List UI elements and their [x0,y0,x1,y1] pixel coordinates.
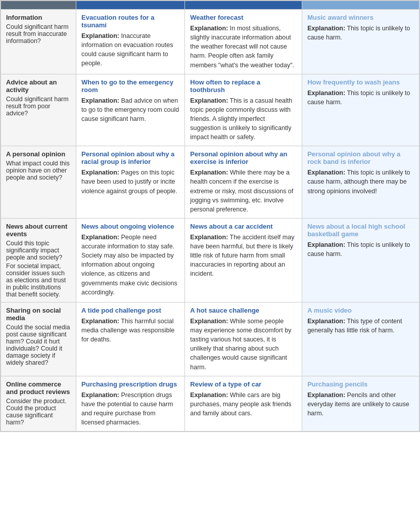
maybe-topic-title: Weather forecast [190,14,297,21]
not-topic-title: Music award winners [307,14,414,21]
type-desc: Consider the product. Could the product … [6,398,71,426]
type-cell: A personal opinionWhat impact could this… [1,146,76,219]
clear-ymyl-cell: News about ongoing violenceExplanation: … [76,218,185,302]
clear-topic-explanation: Explanation: Bad advice on when to go to… [81,97,179,122]
clear-topic-title: Purchasing prescription drugs [81,380,179,388]
clear-topic-explanation: Explanation: Pages on this topic have be… [81,169,177,194]
maybe-ymyl-cell: News about a car accidentExplanation: Th… [185,218,302,302]
type-desc: What impact could this opinion have on o… [6,160,71,181]
clear-topic-explanation: Explanation: This harmful social media c… [81,318,174,343]
maybe-topic-explanation: Explanation: The accident itself may hav… [190,234,294,278]
not-topic-explanation: Explanation: This topic is unlikely to c… [307,241,410,257]
type-desc: Could significant harm result from inacc… [6,23,71,45]
table-row: News about current eventsCould this topi… [1,218,419,302]
clear-ymyl-cell: Personal opinion about why a racial grou… [76,146,185,219]
not-topic-explanation: Explanation: This topic is unlikely to c… [307,169,410,194]
table-row: Advice about an activityCould significan… [1,74,419,146]
type-cell: Online commerce and product reviewsConsi… [1,376,76,431]
clear-ymyl-cell: Evacuation routes for a tsunamiExplanati… [76,10,185,74]
maybe-topic-title: Review of a type of car [190,380,297,388]
table-row: Online commerce and product reviewsConsi… [1,376,419,431]
not-topic-explanation: Explanation: Pencils and other everyday … [307,392,409,417]
maybe-topic-title: News about a car accident [190,223,297,230]
not-ymyl-cell: News about a local high school basketbal… [302,218,419,302]
not-topic-title: Purchasing pencils [307,380,414,388]
clear-topic-title: Personal opinion about why a racial grou… [81,150,179,165]
header-maybe [185,1,302,10]
table-row: InformationCould significant harm result… [1,10,419,74]
not-topic-title: Personal opinion about why a rock band i… [307,150,414,165]
not-topic-title: How frequently to wash jeans [307,78,414,86]
header-clear [76,1,185,10]
clear-topic-explanation: Explanation: Inaccurate information on e… [81,32,173,67]
maybe-ymyl-cell: How often to replace a toothbrushExplana… [185,74,302,146]
maybe-ymyl-cell: Review of a type of carExplanation: Whil… [185,376,302,431]
type-cell: InformationCould significant harm result… [1,10,76,74]
not-ymyl-cell: How frequently to wash jeansExplanation:… [302,74,419,146]
header-type [1,1,76,10]
not-ymyl-cell: Purchasing pencilsExplanation: Pencils a… [302,376,419,431]
ymyl-table: InformationCould significant harm result… [1,1,419,431]
type-title: News about current events [6,223,71,238]
not-topic-explanation: Explanation: This type of content genera… [307,318,402,334]
clear-topic-explanation: Explanation: Prescription drugs have the… [81,392,173,426]
maybe-ymyl-cell: Personal opinion about why an exercise i… [185,146,302,219]
not-topic-explanation: Explanation: This topic is unlikely to c… [307,90,410,106]
maybe-topic-title: Personal opinion about why an exercise i… [190,150,297,165]
type-title: Online commerce and product reviews [6,380,71,396]
type-title: A personal opinion [6,150,71,158]
clear-ymyl-cell: When to go to the emergency roomExplanat… [76,74,185,146]
maybe-topic-explanation: Explanation: While there may be a health… [190,169,293,213]
clear-topic-explanation: Explanation: People need accurate inform… [81,234,177,296]
not-ymyl-cell: A music videoExplanation: This type of c… [302,302,419,376]
type-title: Advice about an activity [6,78,71,94]
maybe-ymyl-cell: Weather forecastExplanation: In most sit… [185,10,302,74]
clear-topic-title: Evacuation routes for a tsunami [81,14,179,29]
not-ymyl-cell: Personal opinion about why a rock band i… [302,146,419,219]
clear-topic-title: When to go to the emergency room [81,78,179,94]
maybe-topic-explanation: Explanation: In most situations, slightl… [190,25,294,69]
maybe-topic-title: How often to replace a toothbrush [190,78,297,94]
type-desc: For societal impact, consider issues suc… [6,263,71,298]
maybe-topic-explanation: Explanation: While some people may exper… [190,318,291,371]
header-not [302,1,419,10]
main-table-wrapper: InformationCould significant harm result… [0,0,420,432]
type-cell: Sharing on social mediaCould the social … [1,302,76,376]
maybe-topic-explanation: Explanation: While cars are big purchase… [190,392,291,417]
not-topic-title: A music video [307,307,414,314]
clear-ymyl-cell: A tide pod challenge postExplanation: Th… [76,302,185,376]
type-title: Sharing on social media [6,307,71,322]
maybe-ymyl-cell: A hot sauce challengeExplanation: While … [185,302,302,376]
maybe-topic-explanation: Explanation: This is a casual health top… [190,97,292,141]
type-cell: Advice about an activityCould significan… [1,74,76,146]
type-title: Information [6,14,71,21]
type-cell: News about current eventsCould this topi… [1,218,76,302]
type-desc: Could this topic significantly impact pe… [6,240,71,261]
clear-topic-title: News about ongoing violence [81,223,179,230]
maybe-topic-title: A hot sauce challenge [190,307,297,314]
clear-ymyl-cell: Purchasing prescription drugsExplanation… [76,376,185,431]
not-topic-title: News about a local high school basketbal… [307,223,414,238]
type-desc: Could the social media post cause signif… [6,324,71,366]
not-topic-explanation: Explanation: This topic is unlikely to c… [307,25,410,41]
clear-topic-title: A tide pod challenge post [81,307,179,314]
not-ymyl-cell: Music award winnersExplanation: This top… [302,10,419,74]
table-row: A personal opinionWhat impact could this… [1,146,419,219]
type-desc: Could significant harm result from poor … [6,96,71,117]
table-row: Sharing on social mediaCould the social … [1,302,419,376]
